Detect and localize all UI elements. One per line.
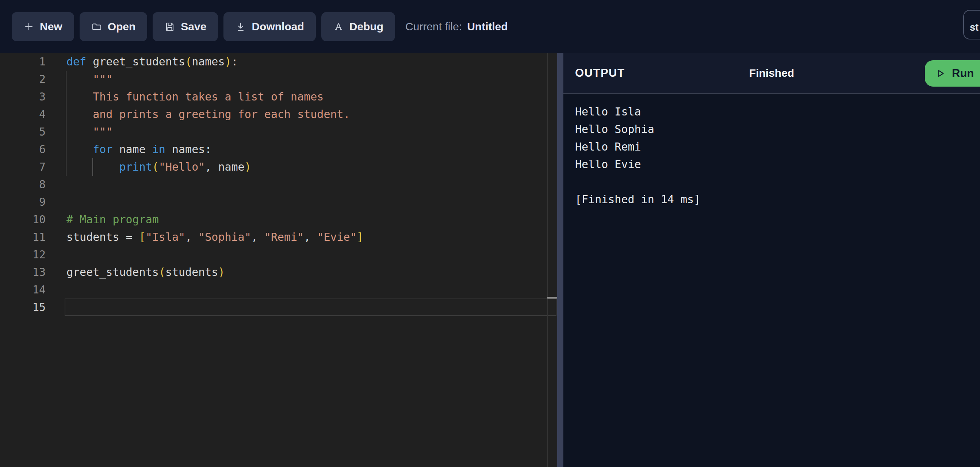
editor-code-area[interactable]: def greet_students(names): """ This func… [0,53,557,316]
current-file-value: Untitled [467,21,508,33]
code-line[interactable] [0,298,557,316]
output-content: Hello IslaHello SophiaHello RemiHello Ev… [563,94,980,217]
code-line[interactable] [0,176,557,193]
indent-guide [92,158,93,176]
code-editor[interactable]: 123456789101112131415 def greet_students… [0,53,557,467]
download-button-label: Download [251,21,304,33]
output-line: [Finished in 14 ms] [575,191,968,208]
code-line[interactable]: """ [0,123,557,141]
code-line[interactable] [0,246,557,263]
folder-icon [91,21,102,32]
debug-button[interactable]: Debug [321,12,395,41]
run-status: Finished [563,67,980,79]
new-button-label: New [40,21,62,33]
new-button[interactable]: New [12,12,74,41]
current-file-label: Current file: [405,21,462,33]
debug-icon [333,21,344,32]
clipped-corner-button[interactable]: st [963,10,980,40]
print-margin-line [547,53,548,467]
plus-icon [23,21,34,32]
code-line[interactable]: """ [0,70,557,88]
code-line[interactable]: This function takes a list of names [0,88,557,105]
code-line[interactable]: # Main program [0,211,557,228]
code-line[interactable]: print("Hello", name) [0,158,557,176]
code-line[interactable]: for name in names: [0,141,557,158]
indent-guide [66,71,67,176]
code-line[interactable]: def greet_students(names): [0,53,557,70]
toolbar-buttons: NewOpenSaveDownloadDebug [12,12,395,41]
code-line[interactable] [0,281,557,298]
open-button-label: Open [108,21,136,33]
save-button-label: Save [181,21,206,33]
download-button[interactable]: Download [223,12,315,41]
download-icon [235,21,246,32]
output-panel: Finished OUTPUT Run Hello IslaHello Soph… [563,53,980,467]
save-icon [164,21,175,32]
output-line: Hello Evie [575,156,968,173]
save-button[interactable]: Save [153,12,218,41]
code-line[interactable]: greet_students(students) [0,263,557,281]
current-file: Current file: Untitled [405,21,508,33]
open-button[interactable]: Open [80,12,148,41]
run-button[interactable]: Run [925,60,980,87]
run-button-label: Run [952,67,974,80]
horizontal-scrollbar-thumb[interactable] [547,297,557,298]
play-icon [935,69,945,78]
code-line[interactable]: and prints a greeting for each student. [0,105,557,123]
output-line [575,173,968,191]
output-line: Hello Sophia [575,121,968,138]
clipped-corner-button-label: st [970,22,978,33]
debug-button-label: Debug [349,21,383,33]
code-line[interactable]: students = ["Isla", "Sophia", "Remi", "E… [0,228,557,246]
code-line[interactable] [0,193,557,211]
panel-divider[interactable] [557,53,563,467]
toolbar: NewOpenSaveDownloadDebug Current file: U… [0,0,980,53]
output-line: Hello Remi [575,138,968,156]
output-header: Finished OUTPUT Run [563,53,980,94]
output-line: Hello Isla [575,103,968,121]
